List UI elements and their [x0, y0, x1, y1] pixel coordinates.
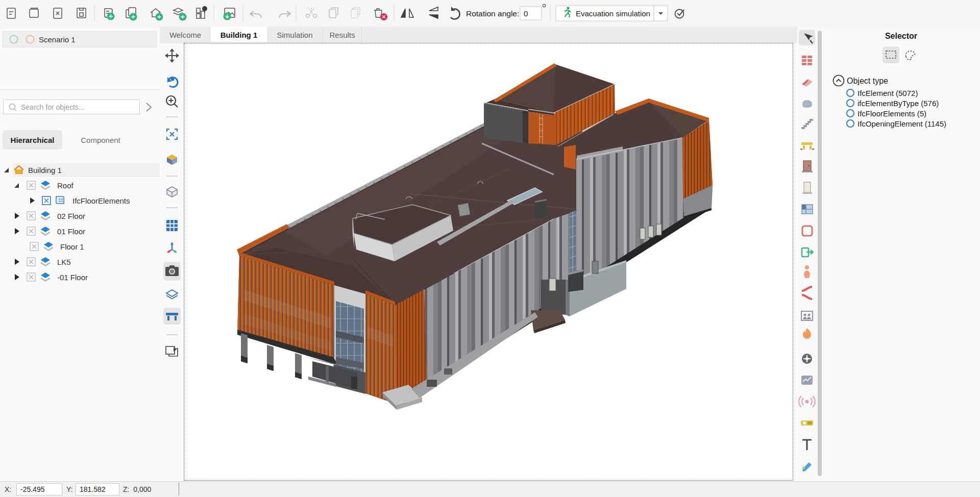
svg-text:Rotation angle:: Rotation angle:: [466, 9, 519, 18]
svg-text:0: 0: [524, 9, 528, 18]
svg-text:Evacuation simulation: Evacuation simulation: [576, 9, 650, 18]
